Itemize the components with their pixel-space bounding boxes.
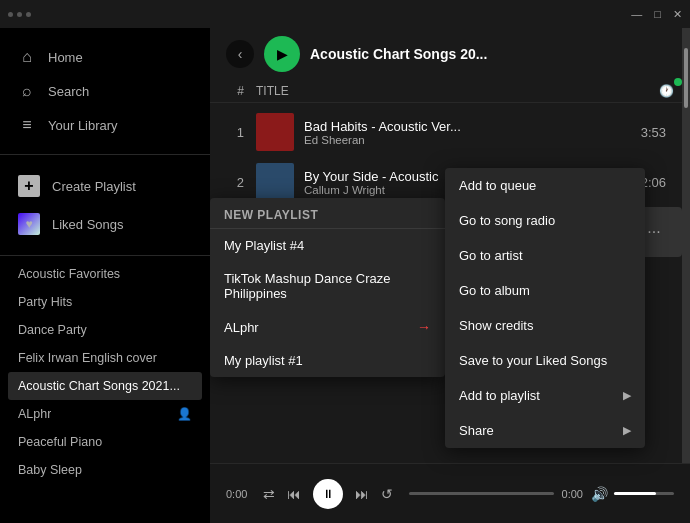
playlist-label: Peaceful Piano <box>18 435 102 449</box>
playlist-label: Felix Irwan English cover <box>18 351 157 365</box>
playlist-item-acoustic-favorites[interactable]: Acoustic Favorites <box>8 260 202 288</box>
playlist-item-acoustic-chart[interactable]: Acoustic Chart Songs 2021... <box>8 372 202 400</box>
context-item-label: Share <box>459 423 494 438</box>
liked-songs-label: Liked Songs <box>52 217 124 232</box>
playlist-item-dance-party[interactable]: Dance Party <box>8 316 202 344</box>
playlist-label: Party Hits <box>18 295 72 309</box>
playlist-item-alphr[interactable]: ALphr 👤 <box>8 400 202 428</box>
sidebar-divider-1 <box>0 154 210 155</box>
playlist-label: Dance Party <box>18 323 87 337</box>
content-area: ‹ ▶ Acoustic Chart Songs 20... # TITLE 🕐… <box>210 28 690 523</box>
home-icon: ⌂ <box>18 48 36 66</box>
search-label: Search <box>48 84 89 99</box>
add-to-playlist-arrow-icon: ▶ <box>623 389 631 402</box>
context-overlay: New playlist My Playlist #4 TikTok Mashu… <box>210 28 690 523</box>
submenu-item-label: TikTok Mashup Dance Craze Philippines <box>224 271 431 301</box>
search-icon: ⌕ <box>18 82 36 100</box>
playlist-label: ALphr <box>18 407 51 421</box>
maximize-button[interactable]: □ <box>654 8 661 21</box>
context-item-label: Go to song radio <box>459 213 555 228</box>
submenu-add-to-playlist: New playlist My Playlist #4 TikTok Mashu… <box>210 198 445 377</box>
context-item-label: Save to your Liked Songs <box>459 353 607 368</box>
context-item-share[interactable]: Share ▶ <box>445 413 645 448</box>
sidebar-nav: ⌂ Home ⌕ Search ≡ Your Library <box>0 28 210 150</box>
create-playlist-button[interactable]: + Create Playlist <box>8 167 202 205</box>
context-item-go-to-album[interactable]: Go to album <box>445 273 645 308</box>
playlist-label: Acoustic Favorites <box>18 267 120 281</box>
alphr-arrow-icon: → <box>417 319 431 335</box>
context-menu: Add to queue Go to song radio Go to arti… <box>445 168 645 448</box>
library-label: Your Library <box>48 118 118 133</box>
context-item-go-to-song-radio[interactable]: Go to song radio <box>445 203 645 238</box>
context-item-go-to-artist[interactable]: Go to artist <box>445 238 645 273</box>
playlist-item-felix-irwan[interactable]: Felix Irwan English cover <box>8 344 202 372</box>
liked-songs-button[interactable]: ♥ Liked Songs <box>8 205 202 243</box>
playlist-item-baby-sleep[interactable]: Baby Sleep <box>8 456 202 484</box>
context-item-label: Add to queue <box>459 178 536 193</box>
playlist-item-peaceful-piano[interactable]: Peaceful Piano <box>8 428 202 456</box>
submenu-header: New playlist <box>210 198 445 229</box>
context-item-save-liked[interactable]: Save to your Liked Songs <box>445 343 645 378</box>
main-layout: ⌂ Home ⌕ Search ≡ Your Library + Create … <box>0 28 690 523</box>
context-item-show-credits[interactable]: Show credits <box>445 308 645 343</box>
submenu-item-my-playlist-4[interactable]: My Playlist #4 <box>210 229 445 262</box>
context-item-label: Go to album <box>459 283 530 298</box>
minimize-button[interactable]: — <box>631 8 642 21</box>
context-item-label: Show credits <box>459 318 533 333</box>
playlist-label: Baby Sleep <box>18 463 82 477</box>
context-item-label: Add to playlist <box>459 388 540 403</box>
sidebar-item-search[interactable]: ⌕ Search <box>8 74 202 108</box>
sidebar-item-library[interactable]: ≡ Your Library <box>8 108 202 142</box>
submenu-item-label: My Playlist #4 <box>224 238 304 253</box>
titlebar: — □ ✕ <box>0 0 690 28</box>
liked-songs-icon: ♥ <box>18 213 40 235</box>
titlebar-dots <box>8 12 31 17</box>
titlebar-dot-1 <box>8 12 13 17</box>
context-item-label: Go to artist <box>459 248 523 263</box>
submenu-item-label: My playlist #1 <box>224 353 303 368</box>
create-playlist-icon: + <box>18 175 40 197</box>
context-item-add-to-queue[interactable]: Add to queue <box>445 168 645 203</box>
sidebar-item-home[interactable]: ⌂ Home <box>8 40 202 74</box>
submenu-item-tiktok[interactable]: TikTok Mashup Dance Craze Philippines <box>210 262 445 310</box>
submenu-item-my-playlist-1[interactable]: My playlist #1 <box>210 344 445 377</box>
sidebar-actions: + Create Playlist ♥ Liked Songs <box>0 159 210 251</box>
create-playlist-label: Create Playlist <box>52 179 136 194</box>
context-item-add-to-playlist[interactable]: Add to playlist ▶ <box>445 378 645 413</box>
sidebar-playlists: Acoustic Favorites Party Hits Dance Part… <box>0 255 210 523</box>
alphr-person-icon: 👤 <box>177 407 192 421</box>
titlebar-dot-3 <box>26 12 31 17</box>
titlebar-dot-2 <box>17 12 22 17</box>
library-icon: ≡ <box>18 116 36 134</box>
submenu-item-label: ALphr <box>224 320 259 335</box>
submenu-item-alphr[interactable]: ALphr → <box>210 310 445 344</box>
close-button[interactable]: ✕ <box>673 8 682 21</box>
share-arrow-icon: ▶ <box>623 424 631 437</box>
home-label: Home <box>48 50 83 65</box>
sidebar: ⌂ Home ⌕ Search ≡ Your Library + Create … <box>0 28 210 523</box>
playlist-item-party-hits[interactable]: Party Hits <box>8 288 202 316</box>
titlebar-controls: — □ ✕ <box>631 8 682 21</box>
playlist-label: Acoustic Chart Songs 2021... <box>18 379 180 393</box>
